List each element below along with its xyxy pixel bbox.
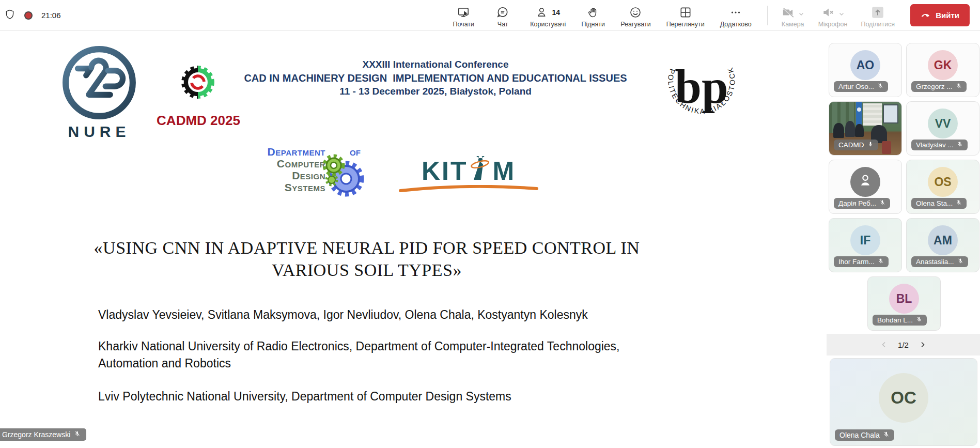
svg-text:bp: bp bbox=[675, 60, 728, 113]
conference-line2: CAD IN MACHINERY DESIGN IMPLEMENTATION A… bbox=[231, 71, 640, 85]
microphone-button[interactable]: Мікрофон bbox=[818, 3, 848, 28]
department-logo: Department Computer Design Systems of bbox=[239, 146, 368, 208]
cadmd-2025-badge: CADMD 2025 bbox=[148, 113, 249, 129]
room-banner bbox=[856, 102, 862, 127]
participant-name-pill: Olena Sta... bbox=[911, 198, 967, 209]
people-icon: 14 bbox=[536, 6, 560, 19]
dept-word-design: Design bbox=[239, 169, 325, 181]
share-up-icon bbox=[871, 6, 884, 19]
more-button[interactable]: Додатково bbox=[720, 3, 752, 28]
participant-tile-cadmd-video[interactable]: CADMD bbox=[829, 101, 902, 156]
person-icon bbox=[857, 172, 874, 192]
mic-muted-icon bbox=[956, 83, 962, 90]
toolbar-buttons: Почати Чат 14 Користувачі Підняти bbox=[452, 3, 751, 28]
microphone-label: Мікрофон bbox=[818, 21, 848, 28]
participant-tile-anastasiia[interactable]: AM Anastasiia... bbox=[906, 218, 979, 272]
dept-word-systems: Systems bbox=[239, 181, 325, 193]
participant-name: Artur Oso... bbox=[838, 83, 874, 90]
participants-pager: 1/2 bbox=[827, 334, 980, 356]
affiliation-1-line1: Kharkiv National University of Radio Ele… bbox=[98, 338, 620, 355]
mic-muted-icon bbox=[878, 258, 884, 266]
affiliation-1: Kharkiv National University of Radio Ele… bbox=[98, 338, 620, 372]
avatar-initials: AO bbox=[857, 58, 875, 72]
view-button[interactable]: Переглянути bbox=[666, 3, 705, 28]
raise-hand-button[interactable]: Підняти bbox=[581, 3, 605, 28]
participant-row-centered: BL Bohdan L... bbox=[829, 276, 979, 331]
chat-label: Чат bbox=[497, 21, 508, 28]
room-sponsor-wall bbox=[863, 103, 882, 126]
dept-word-computer: Computer bbox=[239, 158, 325, 169]
start-share-button[interactable]: Почати bbox=[452, 3, 475, 28]
more-dots-icon bbox=[729, 6, 742, 19]
kitam-robot-arm-icon bbox=[469, 156, 491, 184]
participants-button[interactable]: 14 Користувачі bbox=[530, 3, 566, 28]
participant-name: Anastasiia... bbox=[916, 258, 954, 266]
participant-tile-ihor[interactable]: IF Ihor Farm... bbox=[829, 218, 902, 272]
participant-tile-vladyslav[interactable]: VV Vladyslav ... bbox=[906, 101, 979, 156]
presentation-title: «USING CNN IN ADAPTIVE NEURAL PID FOR SP… bbox=[57, 237, 677, 281]
mic-muted-icon bbox=[877, 83, 883, 90]
participant-tile-olena-sta[interactable]: OS Olena Sta... bbox=[906, 160, 979, 214]
nure-logo bbox=[60, 43, 138, 122]
microphone-chevron-icon[interactable] bbox=[838, 10, 845, 19]
mic-muted-icon bbox=[883, 431, 890, 439]
participant-tile-artur[interactable]: AO Artur Oso... bbox=[829, 43, 902, 97]
avatar-initials: IF bbox=[860, 234, 870, 248]
avatar: IF bbox=[850, 225, 880, 255]
view-label: Переглянути bbox=[666, 21, 705, 28]
mic-muted-icon bbox=[879, 199, 885, 207]
share-button[interactable]: Поділитися bbox=[861, 3, 895, 28]
avatar-initials: BL bbox=[896, 292, 912, 306]
participant-name-pill: Olena Chala bbox=[835, 429, 894, 441]
participant-name: Bohdan L... bbox=[877, 316, 913, 324]
avatar: GK bbox=[928, 50, 958, 80]
avatar-initials: AM bbox=[934, 234, 952, 248]
more-label: Додатково bbox=[720, 21, 752, 28]
camera-chevron-icon[interactable] bbox=[798, 10, 804, 19]
participant-tile-dariia[interactable]: Дарія Реб... bbox=[829, 160, 902, 214]
leave-button[interactable]: Вийти bbox=[910, 4, 970, 26]
participant-name-pill: Vladyslav ... bbox=[911, 140, 968, 150]
avatar: AM bbox=[928, 225, 958, 255]
conference-line3: 11 - 13 December 2025, Białystok, Poland bbox=[231, 85, 640, 98]
participant-name-pill: Дарія Реб... bbox=[834, 198, 890, 209]
participant-name: Grzegorz ... bbox=[916, 83, 953, 90]
dept-gears-icon bbox=[316, 147, 368, 203]
pager-next-button[interactable] bbox=[919, 341, 926, 348]
participant-name-pill: CADMD bbox=[834, 140, 878, 150]
participant-tile-bohdan[interactable]: BL Bohdan L... bbox=[867, 276, 941, 331]
avatar-initials: OC bbox=[891, 388, 916, 408]
participant-tiles-grid: AO Artur Oso... GK Grzegorz ... bbox=[827, 31, 980, 331]
pager-prev-button[interactable] bbox=[880, 341, 888, 348]
raise-hand-label: Підняти bbox=[582, 21, 605, 28]
participant-name: Vladyslav ... bbox=[916, 141, 954, 149]
camera-button[interactable]: Камера bbox=[781, 3, 805, 28]
avatar-initials: OS bbox=[934, 175, 951, 189]
nure-caption: NURE bbox=[60, 123, 138, 141]
chat-button[interactable]: Чат bbox=[491, 3, 515, 28]
participant-tile-grzegorz[interactable]: GK Grzegorz ... bbox=[906, 43, 979, 97]
leave-label: Вийти bbox=[936, 11, 959, 20]
mic-muted-icon bbox=[957, 258, 963, 266]
main-content: NURE C bbox=[0, 31, 980, 448]
participants-sidebar: AO Artur Oso... GK Grzegorz ... bbox=[827, 31, 980, 448]
shield-icon[interactable] bbox=[4, 9, 15, 22]
avatar: OS bbox=[928, 167, 958, 197]
share-screen-icon bbox=[457, 6, 470, 19]
mic-on-icon bbox=[867, 141, 874, 149]
title-line2: VARIOUS SOIL TYPES» bbox=[57, 259, 677, 281]
participant-name-pill: Artur Oso... bbox=[834, 81, 888, 92]
participants-label: Користувачі bbox=[530, 21, 566, 28]
cadmd-gear-logo bbox=[179, 63, 217, 101]
affiliation-1-line2: Automation and Robotics bbox=[98, 355, 620, 372]
participant-name: CADMD bbox=[838, 141, 864, 149]
department-logo-words: Department Computer Design Systems bbox=[239, 146, 325, 193]
avatar-initials: VV bbox=[935, 117, 951, 131]
mic-muted-icon bbox=[957, 141, 963, 149]
participant-name: Ihor Farm... bbox=[838, 258, 875, 266]
room-person bbox=[845, 121, 855, 137]
react-button[interactable]: Реагувати bbox=[620, 3, 650, 28]
kitam-letters-right: M bbox=[492, 158, 516, 184]
participant-name: Дарія Реб... bbox=[838, 199, 876, 207]
participant-tile-olena-chala[interactable]: OC Olena Chala bbox=[830, 358, 977, 446]
